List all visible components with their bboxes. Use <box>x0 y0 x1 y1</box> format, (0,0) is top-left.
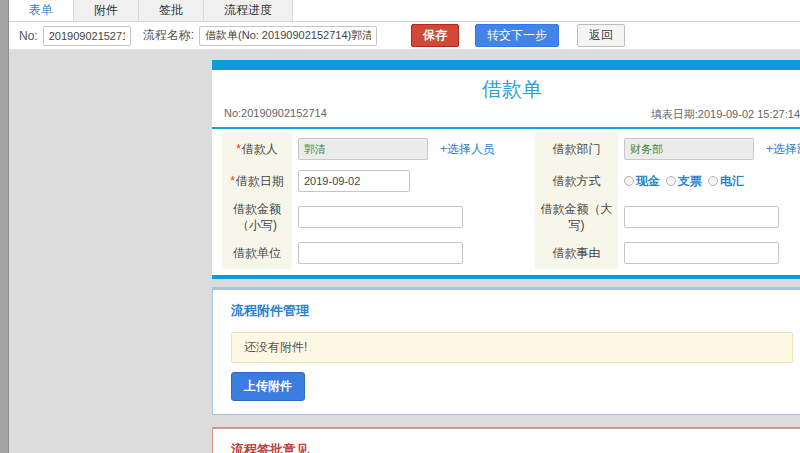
loan-reason-input[interactable] <box>624 242 779 264</box>
tab-approval[interactable]: 签批 <box>139 0 204 21</box>
radio-button-icon <box>666 176 676 186</box>
amount-lowercase-label: 借款金额（小写) <box>222 197 292 237</box>
loan-form-grid: *借款人 +选择人员 借款部门 +选择部门 *借款日期 <box>212 129 800 275</box>
borrower-label: *借款人 <box>222 133 292 165</box>
loan-date-label: *借款日期 <box>222 165 292 197</box>
method-cash-radio[interactable]: 现金 <box>624 173 660 190</box>
loan-reason-label: 借款事由 <box>535 237 618 269</box>
attachments-panel: 流程附件管理 还没有附件! 上传附件 <box>212 287 800 415</box>
method-wire-radio[interactable]: 电汇 <box>708 173 744 190</box>
tab-bar: 表单 附件 签批 流程进度 <box>9 0 800 22</box>
upload-attachment-button[interactable]: 上传附件 <box>231 372 305 401</box>
method-cheque-radio[interactable]: 支票 <box>666 173 702 190</box>
amount-lowercase-input[interactable] <box>298 206 463 228</box>
form-date-text: 填表日期:2019-09-02 15:27:14 <box>651 107 800 122</box>
approval-panel: 流程签批意见 BIabcA∞∞⚑1≡•≡⇤⇥”样式▾格式▾ <box>212 427 800 453</box>
process-name-label: 流程名称: <box>143 27 194 44</box>
no-input[interactable] <box>43 26 131 46</box>
borrower-input <box>298 138 428 160</box>
select-person-link[interactable]: +选择人员 <box>440 141 495 158</box>
select-department-link[interactable]: +选择部门 <box>766 141 800 158</box>
tab-form[interactable]: 表单 <box>9 0 74 21</box>
workspace: 借款单 No:20190902152714 填表日期:2019-09-02 15… <box>9 50 800 453</box>
action-toolbar: No: 流程名称: 保存 转交下一步 返回 <box>9 22 800 50</box>
amount-uppercase-label: 借款金额（大写) <box>535 197 618 237</box>
no-label: No: <box>19 29 38 43</box>
save-button[interactable]: 保存 <box>411 24 459 47</box>
attachments-heading: 流程附件管理 <box>213 290 800 328</box>
loan-method-label: 借款方式 <box>535 165 618 197</box>
process-name-input[interactable] <box>199 26 377 46</box>
app-window: 表单 附件 签批 流程进度 No: 流程名称: 保存 转交下一步 返回 借款单 … <box>0 0 800 453</box>
radio-button-icon <box>624 176 634 186</box>
radio-button-icon <box>708 176 718 186</box>
tab-attachments[interactable]: 附件 <box>74 0 139 21</box>
loan-unit-input[interactable] <box>298 242 463 264</box>
form-title: 借款单 <box>212 70 800 105</box>
no-attachments-alert: 还没有附件! <box>231 332 793 363</box>
amount-uppercase-input[interactable] <box>624 206 779 228</box>
approval-heading: 流程签批意见 <box>213 429 800 453</box>
form-no-text: No:20190902152714 <box>224 107 327 122</box>
panel-top-bar <box>212 60 800 70</box>
required-mark: * <box>236 141 241 157</box>
required-mark: * <box>230 173 235 189</box>
department-label: 借款部门 <box>535 133 618 165</box>
back-button[interactable]: 返回 <box>577 24 625 47</box>
panel-bottom-bar <box>212 275 800 279</box>
loan-form-panel: 借款单 No:20190902152714 填表日期:2019-09-02 15… <box>212 60 800 279</box>
department-input <box>624 138 754 160</box>
loan-unit-label: 借款单位 <box>222 237 292 269</box>
loan-date-input[interactable] <box>298 170 410 192</box>
tab-progress[interactable]: 流程进度 <box>204 0 293 21</box>
left-sidebar-edge <box>0 0 9 453</box>
next-step-button[interactable]: 转交下一步 <box>475 24 559 47</box>
